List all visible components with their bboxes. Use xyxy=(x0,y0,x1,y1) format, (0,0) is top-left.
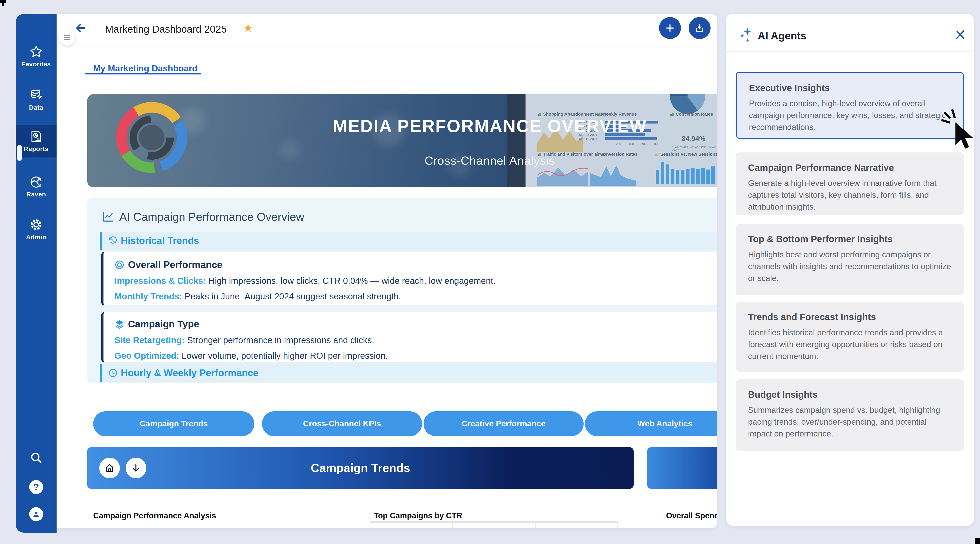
overview-title: AI Campaign Performance Overview xyxy=(119,210,304,224)
sidebar-item-label: Admin xyxy=(26,234,46,241)
line-chart-icon xyxy=(102,211,115,223)
tab-active-underline xyxy=(85,73,201,75)
page-title: Marketing Dashboard 2025 xyxy=(105,23,227,35)
corner-artifact xyxy=(2,0,4,6)
user-avatar-icon xyxy=(32,510,41,519)
sidebar-item-favorites[interactable]: Favorites xyxy=(16,40,57,73)
table-cell xyxy=(370,523,452,528)
campaign-type-card: Campaign Type Site Retargeting: Stronger… xyxy=(101,312,717,362)
section-title: Campaign Performance Analysis xyxy=(93,511,216,520)
hero-screenshot: Shopping Abandonment Rates Weekly Revenu… xyxy=(525,94,717,187)
agent-card-campaign-performance-narrative[interactable]: Campaign Performance Narrative Generate … xyxy=(736,152,964,215)
card-title: Campaign Type xyxy=(128,319,199,330)
sidebar-scroll-indicator[interactable] xyxy=(17,145,22,161)
sidebar-item-label: Favorites xyxy=(21,61,51,68)
insight-line: Site Retargeting: Stronger performance i… xyxy=(115,335,706,345)
sidebar-profile-button[interactable] xyxy=(29,507,43,521)
table-cell xyxy=(452,523,535,528)
back-button[interactable] xyxy=(75,22,87,35)
corner-artifact xyxy=(975,538,980,544)
favorite-star-icon[interactable]: ★ xyxy=(243,22,253,34)
sidebar-item-label: Data xyxy=(29,104,43,111)
hourly-weekly-label: Hourly & Weekly Performance xyxy=(121,368,258,378)
main-content: Marketing Dashboard 2025 ★ My Marketing … xyxy=(57,14,717,528)
chart-glyph-icon xyxy=(670,112,674,116)
sidebar-item-label: Reports xyxy=(24,146,48,153)
hero-screenshot-sidebar xyxy=(507,94,525,187)
table-cell xyxy=(535,523,618,528)
sidebar-help-button[interactable]: ? xyxy=(29,480,43,494)
sidebar-item-data[interactable]: Data xyxy=(16,83,57,116)
next-section-band xyxy=(647,447,717,489)
hourly-weekly-header[interactable]: Hourly & Weekly Performance xyxy=(100,364,717,382)
sidebar-item-raven[interactable]: Raven xyxy=(16,170,57,203)
nav-button-creative-performance[interactable]: Creative Performance xyxy=(423,411,584,436)
chart-glyph-icon xyxy=(538,112,541,116)
hero-subtitle: Cross-Channel Analysis xyxy=(259,154,717,167)
target-icon xyxy=(115,260,124,270)
nav-button-web-analytics[interactable]: Web Analytics xyxy=(585,411,717,436)
close-panel-button[interactable] xyxy=(955,29,966,41)
section-title: Top Campaigns by CTR xyxy=(374,511,462,520)
insight-line: Geo Optimized: Lower volume, potentially… xyxy=(115,351,706,361)
sidebar-item-label: Raven xyxy=(26,191,46,198)
agent-card-title: Budget Insights xyxy=(748,389,951,400)
sidebar-search-button[interactable] xyxy=(30,451,43,465)
agent-card-title: Executive Insights xyxy=(749,83,951,93)
close-icon xyxy=(955,29,966,40)
top-campaigns-table xyxy=(370,521,618,528)
ai-panel-title: AI Agents xyxy=(758,30,807,42)
card-title: Overall Performance xyxy=(128,259,222,270)
hero-title: MEDIA PERFORMANCE OVERVIEW xyxy=(259,116,717,136)
agent-card-trends-forecast[interactable]: Trends and Forecast Insights Identifies … xyxy=(736,302,964,372)
add-button[interactable] xyxy=(659,17,681,39)
agent-card-top-bottom-performer[interactable]: Top & Bottom Performer Insights Highligh… xyxy=(736,224,964,295)
tab-my-marketing-dashboard[interactable]: My Marketing Dashboard xyxy=(93,63,197,73)
hamburger-icon xyxy=(64,35,71,40)
ai-agents-panel: AI Agents Executive Insights Provides a … xyxy=(726,14,974,526)
mouse-cursor-click xyxy=(940,108,980,154)
agent-card-title: Trends and Forecast Insights xyxy=(748,312,951,322)
download-icon xyxy=(695,23,705,33)
nav-button-campaign-trends[interactable]: Campaign Trends xyxy=(93,411,254,436)
topbar-divider xyxy=(68,46,717,46)
report-document-icon xyxy=(29,130,43,143)
media-logo xyxy=(115,99,189,176)
historical-trends-label: Historical Trends xyxy=(121,235,199,246)
insight-line: Monthly Trends: Peaks in June–August 202… xyxy=(115,292,706,301)
plus-icon xyxy=(665,23,675,33)
kpi-label: E-COMMERCE CONVERSION RATE xyxy=(671,145,717,152)
agent-card-description: Generate a high-level overview in narrat… xyxy=(748,178,951,213)
question-mark-icon: ? xyxy=(33,482,39,492)
pie-decoration xyxy=(670,94,705,114)
star-icon xyxy=(29,45,43,59)
agent-card-description: Highlights best and worst performing cam… xyxy=(748,249,951,284)
agent-card-description: Provides a concise, high-level overview … xyxy=(749,98,951,133)
agent-card-title: Top & Bottom Performer Insights xyxy=(748,234,951,244)
historical-trends-header[interactable]: Historical Trends xyxy=(100,232,717,250)
agent-card-description: Identifies historical performance trends… xyxy=(748,327,951,362)
back-arrow-icon xyxy=(75,22,87,34)
agent-card-executive-insights[interactable]: Executive Insights Provides a concise, h… xyxy=(736,72,964,139)
sidebar-item-admin[interactable]: Admin xyxy=(16,213,57,246)
band-title: Campaign Trends xyxy=(87,461,633,474)
sidebar: Favorites Data Reports Raven Admin ? xyxy=(16,14,57,533)
layers-icon xyxy=(115,319,124,329)
panel-divider xyxy=(726,51,974,52)
sparkles-icon xyxy=(738,27,753,44)
agent-card-budget-insights[interactable]: Budget Insights Summarizes campaign spen… xyxy=(736,379,964,451)
history-icon xyxy=(108,236,118,246)
hero-banner: Shopping Abandonment Rates Weekly Revenu… xyxy=(87,94,717,187)
search-icon xyxy=(30,451,43,464)
section-title: Overall Spend vs. xyxy=(666,511,717,520)
chart-glyph-icon xyxy=(597,112,600,116)
collapse-sidebar-button[interactable] xyxy=(59,29,75,46)
export-button[interactable] xyxy=(689,17,711,39)
nav-button-cross-channel-kpis[interactable]: Cross-Channel KPIs xyxy=(262,411,422,436)
gear-icon xyxy=(29,218,43,232)
agent-card-title: Campaign Performance Narrative xyxy=(748,162,951,173)
clock-icon xyxy=(108,368,118,378)
overall-performance-card: Overall Performance Impressions & Clicks… xyxy=(101,252,717,306)
section-accent-bar xyxy=(100,364,102,382)
insight-line: Impressions & Clicks: High impressions, … xyxy=(115,276,706,286)
